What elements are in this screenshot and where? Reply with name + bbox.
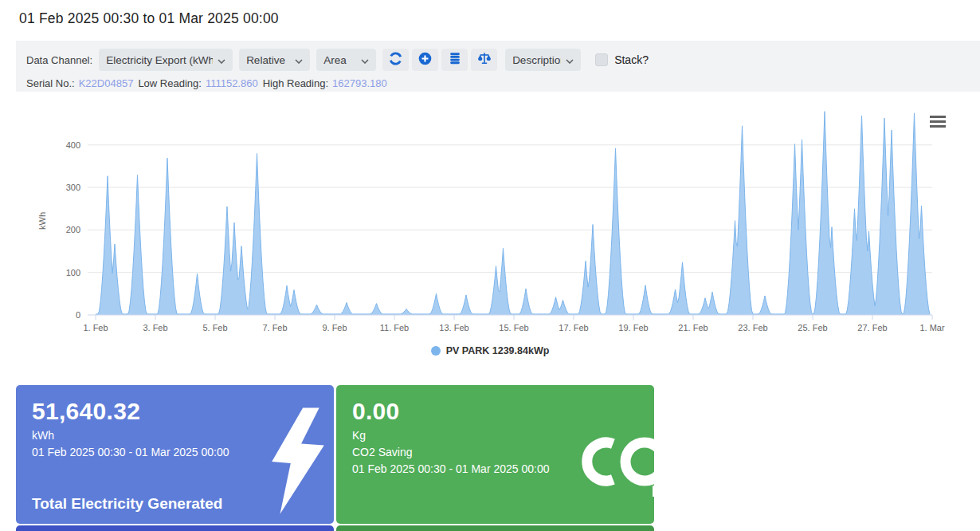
dashboard-page: 01 Feb 2025 00:30 to 01 Mar 2025 00:00 D… bbox=[0, 0, 980, 531]
svg-text:200: 200 bbox=[66, 225, 80, 234]
svg-text:25. Feb: 25. Feb bbox=[798, 323, 827, 332]
svg-text:0: 0 bbox=[76, 310, 80, 320]
next-card-right bbox=[336, 525, 654, 531]
low-reading-label: Low Reading: bbox=[138, 77, 202, 89]
description-select[interactable]: Description bbox=[505, 49, 581, 71]
high-reading-value: 162793.180 bbox=[332, 77, 387, 89]
refresh-button[interactable] bbox=[382, 49, 409, 71]
relative-select[interactable]: Relative bbox=[239, 49, 310, 71]
stack-checkbox-label: Stack? bbox=[614, 53, 649, 66]
toolbar-panel: Data Channel: Electricity Export (kWh Re… bbox=[16, 41, 980, 92]
data-channel-label: Data Channel: bbox=[26, 54, 92, 66]
legend-marker-icon bbox=[431, 346, 441, 356]
data-channel-select[interactable]: Electricity Export (kWh bbox=[99, 49, 233, 71]
relative-select-value: Relative bbox=[246, 54, 285, 66]
chart-type-select[interactable]: Area bbox=[316, 49, 376, 71]
svg-text:5. Feb: 5. Feb bbox=[202, 323, 227, 332]
scales-icon bbox=[477, 51, 492, 69]
svg-text:100: 100 bbox=[66, 268, 80, 277]
svg-text:7. Feb: 7. Feb bbox=[262, 323, 287, 332]
svg-text:15. Feb: 15. Feb bbox=[499, 323, 528, 332]
svg-text:1. Feb: 1. Feb bbox=[83, 323, 108, 332]
chart-type-select-value: Area bbox=[323, 54, 347, 66]
svg-text:21. Feb: 21. Feb bbox=[678, 323, 708, 332]
page-title: 01 Feb 2025 00:30 to 01 Mar 2025 00:00 bbox=[0, 0, 980, 27]
legend-label: PV PARK 1239.84kWp bbox=[446, 345, 550, 356]
chevron-down-icon bbox=[566, 54, 574, 66]
co2-period: 01 Feb 2025 00:30 - 01 Mar 2025 00:00 bbox=[352, 462, 638, 475]
svg-text:27. Feb: 27. Feb bbox=[857, 323, 887, 332]
svg-text:3. Feb: 3. Feb bbox=[143, 323, 167, 332]
chart-legend-item[interactable]: PV PARK 1239.84kWp bbox=[0, 345, 980, 356]
low-reading-value: 111152.860 bbox=[206, 77, 258, 89]
summary-cards: 51,640.32 kWh 01 Feb 2025 00:30 - 01 Mar… bbox=[16, 385, 980, 524]
chevron-down-icon bbox=[361, 54, 369, 66]
co2-card-label: CO2 Saving bbox=[352, 446, 638, 458]
card-electricity: 51,640.32 kWh 01 Feb 2025 00:30 - 01 Mar… bbox=[16, 385, 334, 524]
data-channel-select-value: Electricity Export (kWh bbox=[106, 54, 213, 66]
svg-text:23. Feb: 23. Feb bbox=[738, 323, 767, 332]
next-row-cards bbox=[16, 525, 980, 531]
description-select-value: Description bbox=[512, 54, 561, 66]
chevron-down-icon bbox=[218, 54, 225, 66]
svg-text:1. Mar: 1. Mar bbox=[919, 323, 945, 332]
stack-checkbox[interactable] bbox=[595, 53, 608, 66]
electricity-unit: kWh bbox=[32, 429, 318, 442]
serial-value: K22D04857 bbox=[79, 77, 134, 89]
high-reading-label: High Reading: bbox=[263, 77, 328, 89]
data-log-button[interactable] bbox=[441, 49, 468, 71]
svg-text:17. Feb: 17. Feb bbox=[559, 323, 588, 332]
svg-text:400: 400 bbox=[66, 140, 80, 150]
chart-context-menu-icon[interactable] bbox=[930, 116, 946, 130]
chart-area: 0100200300400kWh1. Feb3. Feb5. Feb7. Feb… bbox=[0, 92, 980, 356]
compare-button[interactable] bbox=[471, 49, 497, 71]
electricity-period: 01 Feb 2025 00:30 - 01 Mar 2025 00:00 bbox=[32, 446, 318, 458]
svg-text:300: 300 bbox=[66, 183, 80, 192]
svg-text:kWh: kWh bbox=[37, 212, 47, 230]
svg-text:13. Feb: 13. Feb bbox=[439, 323, 468, 332]
chevron-down-icon bbox=[295, 54, 303, 66]
toolbar: Data Channel: Electricity Export (kWh Re… bbox=[26, 49, 980, 71]
serial-label: Serial No.: bbox=[26, 77, 75, 89]
svg-text:9. Feb: 9. Feb bbox=[322, 323, 347, 332]
pv-generation-area-chart[interactable]: 0100200300400kWh1. Feb3. Feb5. Feb7. Feb… bbox=[0, 92, 980, 355]
co2-value: 0.00 bbox=[352, 398, 638, 425]
meter-info-row: Serial No.: K22D04857 Low Reading: 11115… bbox=[26, 77, 980, 89]
next-card-left bbox=[16, 525, 334, 531]
svg-text:11. Feb: 11. Feb bbox=[380, 323, 410, 332]
card-co2: 0.00 Kg CO2 Saving 01 Feb 2025 00:30 - 0… bbox=[336, 385, 654, 524]
add-circle-icon bbox=[417, 51, 433, 69]
add-channel-button[interactable] bbox=[412, 49, 438, 71]
svg-text:19. Feb: 19. Feb bbox=[618, 323, 648, 332]
co2-unit: Kg bbox=[352, 429, 638, 442]
database-icon bbox=[448, 51, 462, 69]
electricity-card-label: Total Electricity Generated bbox=[32, 495, 222, 513]
refresh-icon bbox=[388, 51, 403, 69]
electricity-total-value: 51,640.32 bbox=[32, 398, 318, 425]
